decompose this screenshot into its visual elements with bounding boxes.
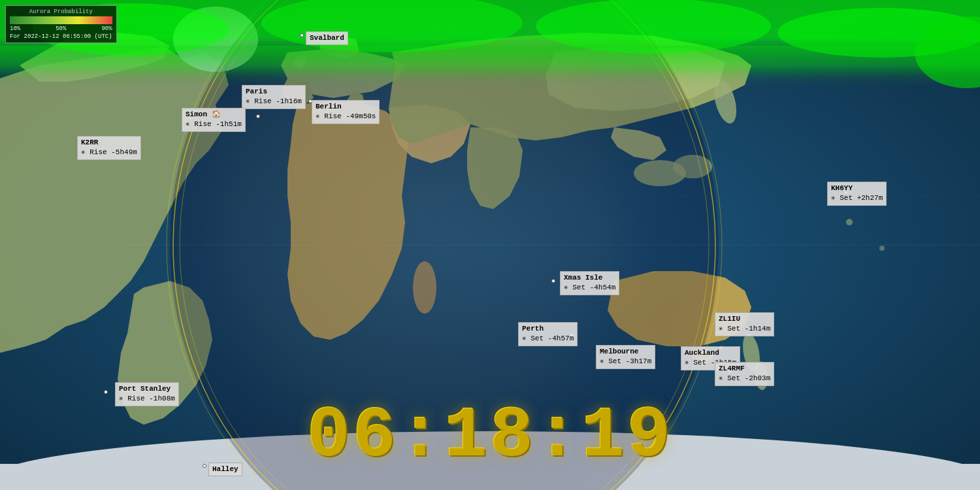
station-label-simon: Simon 🏠✳ Rise -1h51m: [182, 108, 246, 132]
station-label-k2rr: K2RR✳ Rise -5h49m: [77, 136, 141, 160]
station-label-perth: Perth✳ Set -4h57m: [518, 322, 578, 346]
legend-labels: 10% 50% 90%: [10, 25, 112, 32]
station-label-berlin: Berlin✳ Rise -49m50s: [312, 100, 380, 124]
svg-point-12: [846, 219, 853, 225]
clock-display: 06:18:19: [307, 395, 673, 477]
station-dot-svalbard: [300, 33, 304, 37]
legend-title: Aurora Probability: [10, 8, 112, 15]
station-label-melbourne: Melbourne✳ Set -3h17m: [596, 345, 655, 369]
station-label-halley: Halley: [208, 463, 242, 476]
station-label-xmas-isle: Xmas Isle✳ Set -4h54m: [560, 271, 619, 295]
station-dot-simon: [256, 114, 260, 118]
station-label-zl1iu: ZL1IU✳ Set -1h14m: [715, 312, 774, 336]
legend-bar: [10, 16, 112, 24]
station-label-kh6yy: KH6YY✳ Set +2h27m: [827, 182, 887, 206]
legend-label-50: 50%: [56, 25, 66, 32]
legend: Aurora Probability 10% 50% 90% For 2022-…: [5, 5, 117, 43]
station-dot-xmas-isle: [551, 279, 555, 283]
legend-label-10: 10%: [10, 25, 20, 32]
map-container: Aurora Probability 10% 50% 90% For 2022-…: [0, 0, 980, 490]
station-label-paris: Paris✳ Rise -1h16m: [242, 85, 306, 109]
station-label-port-stanley: Port Stanley✳ Rise -1h08m: [115, 382, 179, 406]
svg-point-13: [879, 246, 885, 251]
station-dot-halley: [203, 464, 206, 468]
station-dot-port-stanley: [104, 390, 108, 394]
station-label-svalbard: Svalbard: [306, 31, 348, 45]
svg-rect-25: [0, 46, 980, 85]
svg-point-22: [536, 0, 771, 54]
legend-date: For 2022-12-12 06:55:00 (UTC): [10, 33, 112, 40]
legend-label-90: 90%: [101, 25, 112, 32]
station-label-zl4rmf: ZL4RMF✳ Set -2h03m: [715, 362, 774, 386]
